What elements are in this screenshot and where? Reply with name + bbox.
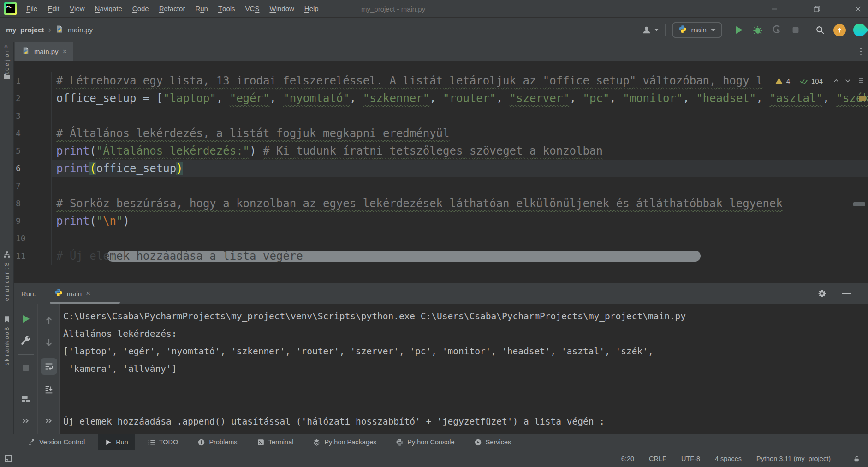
code-editor[interactable]: 1# Létrehozva egy lista, 13 irodai felsz… (14, 61, 868, 283)
menu-view[interactable]: View (65, 0, 90, 17)
line-number[interactable]: 8 (14, 195, 52, 212)
update-notification-button[interactable] (833, 24, 846, 36)
line-number[interactable]: 10 (14, 230, 52, 247)
hide-panel-icon[interactable] (842, 293, 851, 294)
sidebar-item-bookmarks[interactable]: Bookmarks (0, 327, 14, 366)
structure-icon[interactable] (3, 251, 11, 259)
run-tab-main[interactable]: main × (52, 283, 93, 304)
stop-button[interactable] (790, 24, 801, 36)
tab-options-kebab-icon[interactable] (860, 48, 862, 55)
menu-vcs[interactable]: VCS (240, 0, 265, 17)
breadcrumb-project[interactable]: my_project (6, 26, 44, 34)
code-line[interactable]: 1# Létrehozva egy lista, 13 irodai felsz… (14, 72, 868, 90)
code-line[interactable]: 4# Általános lekérdezés, a listát fogjuk… (14, 125, 868, 142)
line-number[interactable]: 1 (14, 72, 52, 90)
code-text[interactable] (52, 177, 868, 195)
inspection-stripe-icon[interactable] (859, 78, 863, 83)
menu-window[interactable]: Window (264, 0, 299, 17)
editor-content[interactable]: 1# Létrehozva egy lista, 13 irodai felsz… (14, 61, 868, 283)
code-line[interactable]: 6print(office_setup) (14, 160, 868, 177)
code-line[interactable]: 7 (14, 177, 868, 195)
indent-style[interactable]: 4 spaces (715, 455, 742, 462)
menu-code[interactable]: Code (127, 0, 154, 17)
code-text[interactable]: # Új elemek hozzáadása a lista végére (52, 247, 868, 265)
close-button[interactable] (848, 0, 868, 18)
menu-edit[interactable]: Edit (42, 0, 65, 17)
gear-icon[interactable] (817, 289, 827, 299)
breadcrumb-file[interactable]: main.py (68, 26, 93, 34)
line-number[interactable]: 11 (14, 247, 52, 265)
unlock-icon[interactable] (853, 455, 861, 463)
error-stripe-mark[interactable] (859, 96, 866, 101)
code-line[interactable]: 2office_setup = ["laptop", "egér", "nyom… (14, 90, 868, 107)
coverage-button[interactable] (771, 24, 782, 36)
line-number[interactable]: 5 (14, 142, 52, 160)
bookmarks-icon[interactable] (3, 315, 11, 323)
more-icon[interactable] (41, 413, 57, 429)
line-number[interactable]: 7 (14, 177, 52, 195)
line-number[interactable]: 4 (14, 125, 52, 142)
sidebar-item-structure[interactable]: Structure (0, 262, 14, 302)
arrow-down-icon[interactable] (41, 334, 57, 351)
code-line[interactable]: 9print("\n") (14, 212, 868, 230)
toolwindow-button-version-control[interactable]: Version Control (21, 434, 91, 450)
line-number[interactable]: 6 (14, 160, 52, 177)
menu-refactor[interactable]: Refactor (154, 0, 190, 17)
code-text[interactable]: # Sorköz beszúrása, hogy a konzolban az … (52, 195, 868, 212)
toolwindow-button-services[interactable]: Services (468, 434, 518, 450)
code-line[interactable]: 8# Sorköz beszúrása, hogy a konzolban az… (14, 195, 868, 212)
console-output[interactable]: C:\Users\Csaba\PycharmProjects\my_projec… (60, 304, 868, 434)
code-text[interactable]: # Létrehozva egy lista, 13 irodai felsze… (52, 72, 868, 90)
code-text[interactable]: # Általános lekérdezés, a listát fogjuk … (52, 125, 868, 142)
arrow-up-icon[interactable] (41, 312, 57, 329)
toolwindow-button-python-packages[interactable]: Python Packages (306, 434, 383, 450)
code-text[interactable]: office_setup = ["laptop", "egér", "nyomt… (52, 90, 868, 107)
code-text[interactable] (52, 230, 868, 247)
code-text[interactable]: print("Általános lekérdezés:") # Ki tudu… (52, 142, 868, 160)
line-number[interactable]: 2 (14, 90, 52, 107)
run-tab-close-icon[interactable]: × (86, 289, 90, 298)
caret-position[interactable]: 6:20 (621, 455, 634, 462)
line-number[interactable]: 3 (14, 107, 52, 125)
line-number[interactable]: 9 (14, 212, 52, 230)
toolwindow-button-problems[interactable]: Problems (191, 434, 244, 450)
folder-icon[interactable] (3, 72, 11, 81)
code-line[interactable]: 11# Új elemek hozzáadása a lista végére (14, 247, 868, 265)
toolwindow-button-python-console[interactable]: Python Console (389, 434, 461, 450)
menu-help[interactable]: Help (299, 0, 324, 17)
menu-tools[interactable]: Tools (213, 0, 240, 17)
interpreter[interactable]: Python 3.11 (my_project) (756, 455, 831, 462)
soft-wrap-icon[interactable] (41, 358, 57, 375)
code-line[interactable]: 3 (14, 107, 868, 125)
code-text[interactable]: print(office_setup) (52, 160, 868, 177)
sidebar-item-project[interactable]: Project (0, 45, 14, 76)
tab-close-icon[interactable]: × (63, 48, 67, 55)
code-line[interactable]: 10 (14, 230, 868, 247)
search-everywhere-button[interactable] (814, 24, 826, 36)
layout-icon[interactable] (4, 454, 13, 463)
menu-file[interactable]: File (21, 0, 42, 17)
run-configuration-select[interactable]: main (672, 22, 722, 38)
toolwindow-button-todo[interactable]: TODO (141, 434, 185, 450)
minimize-button[interactable] (764, 0, 785, 18)
rerun-icon[interactable] (18, 311, 34, 327)
run-button[interactable] (733, 24, 744, 36)
user-menu-button[interactable] (641, 24, 659, 36)
line-separator[interactable]: CRLF (649, 455, 666, 462)
stop-icon[interactable] (18, 359, 34, 376)
inspections-widget[interactable]: 4 104 (767, 72, 868, 90)
more-icon[interactable] (18, 413, 34, 429)
code-text[interactable] (52, 107, 868, 125)
chevron-up-icon[interactable] (832, 77, 840, 85)
error-stripe-mark[interactable] (853, 202, 865, 206)
scroll-to-end-icon[interactable] (41, 381, 57, 398)
menu-run[interactable]: Run (190, 0, 213, 17)
debug-button[interactable] (752, 24, 763, 36)
toolwindow-button-terminal[interactable]: Terminal (250, 434, 300, 450)
code-line[interactable]: 5print("Általános lekérdezés:") # Ki tud… (14, 142, 868, 160)
toolwindow-button-run[interactable]: Run (98, 434, 135, 450)
leaf-icon[interactable] (850, 21, 868, 39)
wrench-icon[interactable] (18, 333, 34, 349)
restore-button[interactable] (807, 0, 827, 18)
restore-layout-icon[interactable] (18, 391, 34, 407)
